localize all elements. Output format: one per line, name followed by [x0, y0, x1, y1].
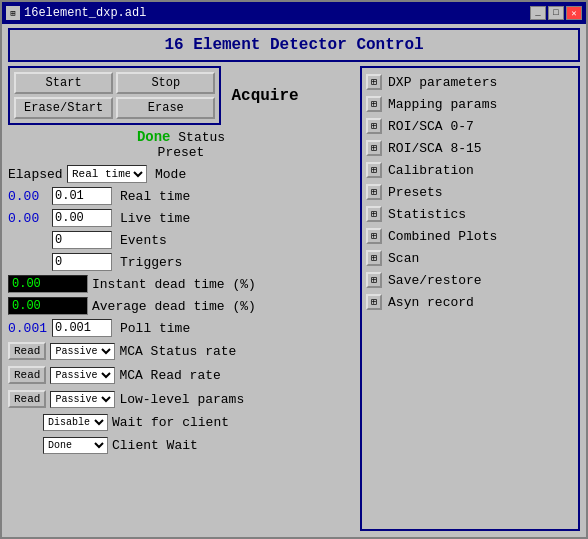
titlebar-left: ⊞ 16element_dxp.adl: [6, 6, 146, 20]
right-item-calibration: ⊞ Calibration: [366, 160, 574, 180]
right-panel: ⊞ DXP parameters ⊞ Mapping params ⊞ ROI/…: [360, 66, 580, 531]
preset-real-input[interactable]: [52, 187, 112, 205]
mode-label: Mode: [155, 167, 186, 182]
right-item-combined-plots: ⊞ Combined Plots: [366, 226, 574, 246]
combined-plots-button[interactable]: ⊞: [366, 228, 382, 244]
low-level-label: Low-level params: [119, 392, 244, 407]
poll-value: 0.001: [8, 321, 48, 336]
disable-select-wait[interactable]: Disable Enable: [43, 414, 108, 431]
right-item-dxp-params: ⊞ DXP parameters: [366, 72, 574, 92]
read-btn-mca-status[interactable]: Read: [8, 342, 46, 360]
elapsed-label: Elapsed: [8, 167, 63, 182]
acquire-label: Acquire: [227, 87, 298, 105]
maximize-button[interactable]: □: [548, 6, 564, 20]
minimize-button[interactable]: _: [530, 6, 546, 20]
status-label: Status: [178, 130, 225, 145]
right-item-statistics: ⊞ Statistics: [366, 204, 574, 224]
right-item-mapping-params: ⊞ Mapping params: [366, 94, 574, 114]
statistics-label: Statistics: [388, 207, 466, 222]
events-row: Events: [8, 231, 354, 249]
window-title: 16element_dxp.adl: [24, 6, 146, 20]
wait-client-row: Disable Enable Wait for client: [8, 414, 354, 431]
start-button[interactable]: Start: [14, 72, 113, 94]
calibration-button[interactable]: ⊞: [366, 162, 382, 178]
poll-time-row: 0.001 Poll time: [8, 319, 354, 337]
elapsed-mode-row: Elapsed Real time Live time Mode: [8, 165, 354, 183]
live-time-label: Live time: [120, 211, 190, 226]
passive-select-mca-status[interactable]: Passive I/O Intr: [50, 343, 115, 360]
poll-input[interactable]: [52, 319, 112, 337]
roi-sca-0-7-label: ROI/SCA 0-7: [388, 119, 474, 134]
triggers-label: Triggers: [120, 255, 182, 270]
roi-sca-8-15-button[interactable]: ⊞: [366, 140, 382, 156]
erase-start-button[interactable]: Erase/Start: [14, 97, 113, 119]
passive-select-mca-read[interactable]: Passive I/O Intr: [50, 367, 115, 384]
stop-button[interactable]: Stop: [116, 72, 215, 94]
preset-label: Preset: [8, 145, 354, 160]
right-item-presets: ⊞ Presets: [366, 182, 574, 202]
left-panel: Start Stop Erase/Start Erase Acquire Don…: [8, 66, 354, 531]
main-title: 16 Element Detector Control: [8, 28, 580, 62]
dxp-params-button[interactable]: ⊞: [366, 74, 382, 90]
client-wait-row: Done Wait Client Wait: [8, 437, 354, 454]
status-line: Done Status: [8, 129, 354, 145]
average-dead-time-value: 0.00: [12, 299, 41, 313]
done-select-client[interactable]: Done Wait: [43, 437, 108, 454]
mode-select[interactable]: Real time Live time: [67, 165, 147, 183]
save-restore-button[interactable]: ⊞: [366, 272, 382, 288]
content-area: Start Stop Erase/Start Erase Acquire Don…: [2, 66, 586, 537]
instant-dead-time-value: 0.00: [12, 277, 41, 291]
client-wait-label: Client Wait: [112, 438, 198, 453]
presets-button[interactable]: ⊞: [366, 184, 382, 200]
elapsed-real-value: 0.00: [8, 189, 48, 204]
read-btn-low-level[interactable]: Read: [8, 390, 46, 408]
mapping-params-label: Mapping params: [388, 97, 497, 112]
triggers-row: Triggers: [8, 253, 354, 271]
instant-dead-time-row: 0.00 Instant dead time (%): [8, 275, 354, 293]
dxp-params-label: DXP parameters: [388, 75, 497, 90]
roi-sca-8-15-label: ROI/SCA 8-15: [388, 141, 482, 156]
calibration-label: Calibration: [388, 163, 474, 178]
mca-status-label: MCA Status rate: [119, 344, 236, 359]
combined-plots-label: Combined Plots: [388, 229, 497, 244]
mca-read-label: MCA Read rate: [119, 368, 220, 383]
right-item-save-restore: ⊞ Save/restore: [366, 270, 574, 290]
read-row-low-level: Read Passive I/O Intr Low-level params: [8, 390, 354, 408]
close-button[interactable]: ✕: [566, 6, 582, 20]
asyn-record-button[interactable]: ⊞: [366, 294, 382, 310]
right-item-scan: ⊞ Scan: [366, 248, 574, 268]
save-restore-label: Save/restore: [388, 273, 482, 288]
scan-label: Scan: [388, 251, 419, 266]
right-item-roi-sca-8-15: ⊞ ROI/SCA 8-15: [366, 138, 574, 158]
average-dead-time-row: 0.00 Average dead time (%): [8, 297, 354, 315]
statistics-button[interactable]: ⊞: [366, 206, 382, 222]
poll-label: Poll time: [120, 321, 190, 336]
average-dead-time-bar: 0.00: [8, 297, 88, 315]
average-dead-time-label: Average dead time (%): [92, 299, 256, 314]
read-row-mca-read: Read Passive I/O Intr MCA Read rate: [8, 366, 354, 384]
events-input[interactable]: [52, 231, 112, 249]
wait-client-label: Wait for client: [112, 415, 229, 430]
status-section: Done Status Preset: [8, 127, 354, 162]
live-time-row: 0.00 Live time: [8, 209, 354, 227]
real-time-label: Real time: [120, 189, 190, 204]
read-btn-mca-read[interactable]: Read: [8, 366, 46, 384]
passive-select-low-level[interactable]: Passive I/O Intr: [50, 391, 115, 408]
scan-button[interactable]: ⊞: [366, 250, 382, 266]
mapping-params-button[interactable]: ⊞: [366, 96, 382, 112]
roi-sca-0-7-button[interactable]: ⊞: [366, 118, 382, 134]
presets-label: Presets: [388, 185, 443, 200]
events-label: Events: [120, 233, 167, 248]
titlebar: ⊞ 16element_dxp.adl _ □ ✕: [2, 2, 586, 24]
titlebar-buttons: _ □ ✕: [530, 6, 582, 20]
acquire-section: Start Stop Erase/Start Erase Acquire: [8, 66, 354, 125]
erase-button[interactable]: Erase: [116, 97, 215, 119]
triggers-input[interactable]: [52, 253, 112, 271]
elapsed-live-value: 0.00: [8, 211, 48, 226]
preset-live-input[interactable]: [52, 209, 112, 227]
instant-dead-time-bar: 0.00: [8, 275, 88, 293]
main-window: ⊞ 16element_dxp.adl _ □ ✕ 16 Element Det…: [0, 0, 588, 539]
real-time-row: 0.00 Real time: [8, 187, 354, 205]
read-row-mca-status: Read Passive I/O Intr MCA Status rate: [8, 342, 354, 360]
right-item-asyn-record: ⊞ Asyn record: [366, 292, 574, 312]
